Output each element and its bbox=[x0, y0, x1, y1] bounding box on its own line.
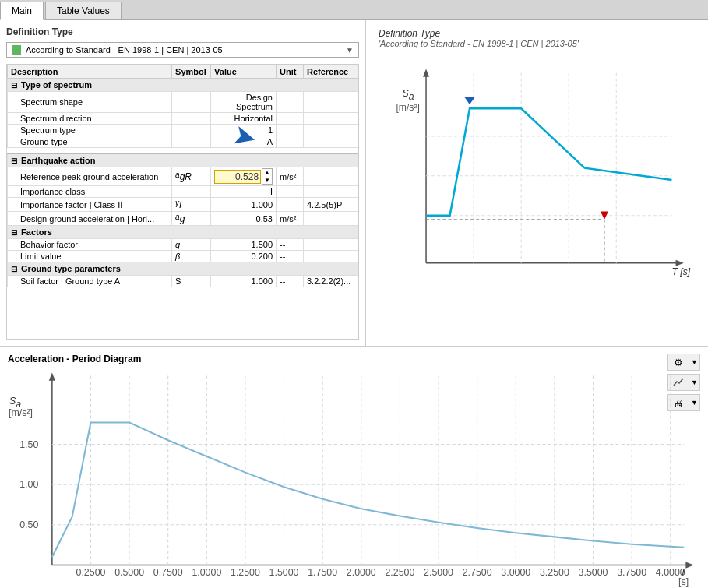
svg-text:2.0000: 2.0000 bbox=[347, 567, 376, 578]
tab-main[interactable]: Main bbox=[0, 2, 44, 20]
unit-ref-peak: m/s² bbox=[277, 167, 304, 186]
svg-text:1.0000: 1.0000 bbox=[192, 567, 221, 578]
svg-text:2.5000: 2.5000 bbox=[424, 567, 453, 578]
desc-design-ground: Design ground acceleration | Hori... bbox=[8, 212, 172, 226]
svg-text:3.7500: 3.7500 bbox=[617, 567, 646, 578]
ref-behavior-factor bbox=[304, 239, 358, 251]
svg-text:0.2500: 0.2500 bbox=[76, 567, 106, 578]
ref-peak-input[interactable] bbox=[214, 170, 261, 184]
spinner-updown[interactable]: ▲ ▼ bbox=[262, 168, 273, 185]
desc-soil-factor: Soil factor | Ground type A bbox=[8, 276, 172, 287]
right-panel-title: Definition Type 'According to Standard -… bbox=[379, 28, 696, 48]
svg-text:1.00: 1.00 bbox=[19, 479, 38, 490]
properties-table-wrap: Description Symbol Value Unit Reference … bbox=[6, 64, 359, 340]
ref-spectrum-type bbox=[304, 125, 358, 136]
unit-design-ground: m/s² bbox=[277, 212, 304, 226]
unit-spectrum-shape bbox=[277, 92, 304, 113]
desc-behavior-factor: Behavior factor bbox=[8, 239, 172, 251]
ref-soil-factor: 3.2.2.2(2)... bbox=[304, 276, 358, 287]
svg-text:1.50: 1.50 bbox=[19, 439, 38, 450]
unit-limit-value: -- bbox=[277, 251, 304, 262]
row-spectrum-type: Spectrum type 1 bbox=[8, 125, 358, 136]
svg-text:[s]: [s] bbox=[678, 576, 689, 587]
dropdown-label: According to Standard - EN 1998-1 | CEN … bbox=[26, 45, 346, 55]
desc-importance-factor: Importance factor | Class II bbox=[8, 198, 172, 212]
svg-text:0.5000: 0.5000 bbox=[114, 567, 144, 578]
section-factors: ⊟ Factors bbox=[8, 226, 358, 239]
svg-text:1.5000: 1.5000 bbox=[269, 567, 299, 578]
svg-text:3.2500: 3.2500 bbox=[540, 567, 569, 578]
row-limit-value: Limit value β 0.200 -- bbox=[8, 251, 358, 262]
sym-behavior-factor: q bbox=[172, 239, 211, 251]
svg-marker-3 bbox=[676, 260, 684, 266]
right-chart-area: Sa [m/s²] T [s] bbox=[379, 51, 696, 316]
row-spectrum-shape: Spectrum shape Design Spectrum bbox=[8, 92, 358, 113]
svg-text:3.0000: 3.0000 bbox=[501, 567, 530, 578]
bottom-panel: Acceleration - Period Diagram ⚙ ▼ ▼ 🖨 ▼ bbox=[0, 347, 708, 588]
col-reference: Reference bbox=[304, 65, 358, 79]
ref-spectrum-shape bbox=[304, 92, 358, 113]
chevron-down-icon: ▼ bbox=[346, 46, 354, 55]
svg-marker-2 bbox=[423, 69, 429, 76]
left-panel: Definition Type According to Standard - … bbox=[0, 20, 366, 346]
sym-importance-class bbox=[172, 186, 211, 198]
val-soil-factor: 1.000 bbox=[211, 276, 277, 287]
svg-text:3.5000: 3.5000 bbox=[579, 567, 608, 578]
unit-soil-factor: -- bbox=[277, 276, 304, 287]
unit-spectrum-dir bbox=[277, 113, 304, 125]
sym-soil-factor: S bbox=[172, 276, 211, 287]
definition-type-title: Definition Type bbox=[6, 26, 359, 37]
spinner-down-icon[interactable]: ▼ bbox=[264, 177, 270, 185]
spinner-up-icon[interactable]: ▲ bbox=[264, 169, 270, 177]
ref-importance-class bbox=[304, 186, 358, 198]
bottom-chart-area: Sa [m/s²] T [s] 0.50 1.00 1.50 bbox=[8, 368, 700, 588]
desc-spectrum-shape: Spectrum shape bbox=[8, 92, 172, 113]
tab-table-values[interactable]: Table Values bbox=[45, 2, 122, 19]
green-indicator bbox=[12, 45, 21, 55]
bottom-chart-svg: Sa [m/s²] T [s] 0.50 1.00 1.50 bbox=[8, 368, 700, 588]
val-importance-factor: 1.000 bbox=[211, 198, 277, 212]
ref-ground-type bbox=[304, 136, 358, 148]
svg-text:T [s]: T [s] bbox=[671, 266, 690, 277]
col-unit: Unit bbox=[277, 65, 304, 79]
desc-ref-peak: Reference peak ground acceleration bbox=[8, 167, 172, 186]
desc-importance-class: Importance class bbox=[8, 186, 172, 198]
svg-marker-20 bbox=[49, 372, 55, 380]
desc-limit-value: Limit value bbox=[8, 251, 172, 262]
val-limit-value: 0.200 bbox=[211, 251, 277, 262]
svg-text:2.7500: 2.7500 bbox=[463, 567, 492, 578]
ref-importance-factor: 4.2.5(5)P bbox=[304, 198, 358, 212]
svg-marker-14 bbox=[601, 212, 608, 220]
val-design-ground: 0.53 bbox=[211, 212, 277, 226]
ref-ref-peak bbox=[304, 167, 358, 186]
unit-importance-factor: -- bbox=[277, 198, 304, 212]
row-ground-type: Ground type A bbox=[8, 136, 358, 148]
sym-spectrum-dir bbox=[172, 113, 211, 125]
section-earthquake-action: ⊟ Earthquake action bbox=[8, 154, 358, 167]
row-importance-factor: Importance factor | Class II γI 1.000 --… bbox=[8, 198, 358, 212]
unit-ground-type bbox=[277, 136, 304, 148]
right-panel: Definition Type 'According to Standard -… bbox=[366, 20, 708, 346]
val-importance-class: II bbox=[211, 186, 277, 198]
svg-text:[m/s²]: [m/s²] bbox=[396, 102, 420, 113]
ref-design-ground bbox=[304, 212, 358, 226]
svg-text:1.7500: 1.7500 bbox=[308, 567, 337, 578]
row-behavior-factor: Behavior factor q 1.500 -- bbox=[8, 239, 358, 251]
row-soil-factor: Soil factor | Ground type A S 1.000 -- 3… bbox=[8, 276, 358, 287]
bottom-panel-title: Acceleration - Period Diagram bbox=[8, 354, 700, 364]
col-symbol: Symbol bbox=[172, 65, 211, 79]
col-description: Description bbox=[8, 65, 172, 79]
tab-bar: Main Table Values bbox=[0, 0, 708, 20]
sym-design-ground: ag bbox=[172, 212, 211, 226]
desc-spectrum-dir: Spectrum direction bbox=[8, 113, 172, 125]
svg-marker-21 bbox=[685, 562, 693, 568]
sym-importance-factor: γI bbox=[172, 198, 211, 212]
unit-behavior-factor: -- bbox=[277, 239, 304, 251]
right-chart-svg: Sa [m/s²] T [s] bbox=[379, 51, 696, 316]
arrow-row: ➤ bbox=[8, 148, 358, 154]
definition-dropdown[interactable]: According to Standard - EN 1998-1 | CEN … bbox=[6, 42, 359, 58]
row-spectrum-direction: Spectrum direction Horizontal bbox=[8, 113, 358, 125]
section-type-of-spectrum: ⊟ Type of spectrum bbox=[8, 79, 358, 92]
unit-spectrum-type bbox=[277, 125, 304, 136]
sym-ground-type bbox=[172, 136, 211, 148]
